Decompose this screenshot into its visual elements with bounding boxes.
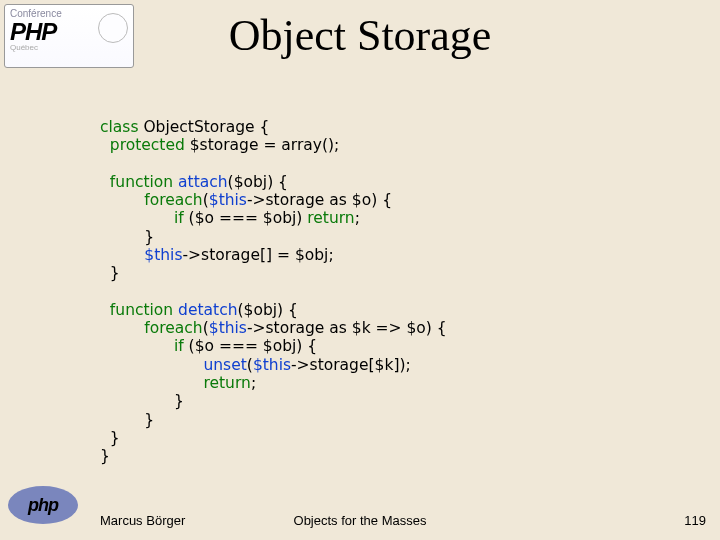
code-block: class ObjectStorage { protected $storage… — [100, 118, 447, 465]
slide-title: Object Storage — [0, 10, 720, 61]
footer-page-number: 119 — [684, 513, 706, 528]
footer-title: Objects for the Masses — [0, 513, 720, 528]
